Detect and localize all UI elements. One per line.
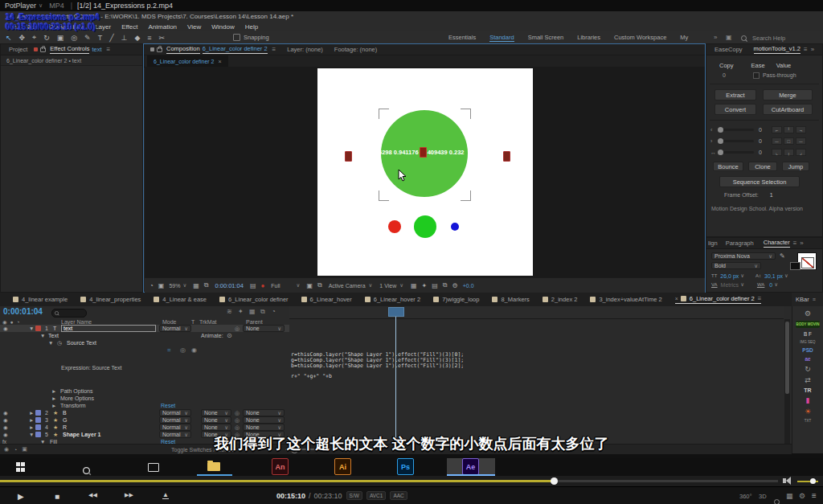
green-dot-shape[interactable]	[414, 215, 436, 238]
mask-toggle-icon[interactable]: ⧉	[204, 281, 209, 289]
type-tool-icon[interactable]: T	[98, 34, 103, 42]
source-text-layer[interactable]: 6298 0.941176 409439 0.232	[379, 147, 465, 158]
play-button[interactable]: ▶	[18, 492, 24, 501]
playlist-button[interactable]: ≡	[812, 491, 817, 500]
roi-icon[interactable]: ▣	[306, 282, 313, 289]
tl-tab[interactable]: 6_Linear_hover	[301, 296, 352, 303]
no-stroke-swatch[interactable]	[801, 257, 814, 268]
label-color-chip[interactable]	[35, 326, 41, 331]
kbar-txt[interactable]: TXT	[796, 419, 820, 423]
parent-dropdown[interactable]: None∨	[243, 409, 285, 416]
bodymovin-button[interactable]: BODY MOVIN	[796, 321, 820, 328]
kbar-img-seq[interactable]: IMG SEQ	[796, 340, 820, 344]
tl-tab[interactable]: 8_Markers	[492, 296, 529, 303]
workspace-custom[interactable]: Custom Workspace	[614, 34, 666, 41]
menu-window[interactable]: Window	[211, 23, 234, 31]
puppet-tool-icon[interactable]: ✂	[159, 34, 166, 42]
workspace-essentials[interactable]: Essentials	[448, 34, 476, 41]
hide-shy-icon[interactable]: ▦	[249, 308, 256, 315]
next-button[interactable]: ▶▶	[125, 492, 133, 498]
viewer-comp-tab[interactable]: 6_Linear_color definer 2 ×	[147, 55, 228, 67]
both-ease-slider-knob[interactable]	[718, 150, 723, 155]
stopwatch-icon[interactable]: ◷	[57, 340, 62, 346]
layer-row-text[interactable]: ◉ ▼ 1 T text Normal∨ ◎ None∨	[0, 325, 289, 332]
cutartboard-button[interactable]: CutArtboard	[763, 104, 813, 115]
kbar-gear-icon[interactable]: ⚙	[796, 309, 820, 318]
anchor-tl-button[interactable]: ⌐	[772, 126, 782, 133]
bounce-button[interactable]: Bounce	[713, 162, 743, 171]
animate-app-button[interactable]: An	[272, 458, 289, 475]
tl-tab[interactable]: 6_Linear_hover 2	[365, 296, 420, 303]
stop-button[interactable]: ■	[55, 492, 59, 501]
seek-remaining[interactable]	[555, 480, 778, 482]
browser-button[interactable]	[774, 494, 780, 504]
aftereffects-app-button[interactable]: Ae	[462, 458, 479, 475]
anchor-ml-button[interactable]: ─	[772, 137, 782, 145]
close-icon[interactable]: ×	[675, 296, 678, 301]
label-color-chip[interactable]	[35, 410, 41, 416]
camera-tool-icon[interactable]: ▣	[57, 34, 64, 42]
layer-name[interactable]: B	[63, 410, 67, 416]
out-ease-slider-track[interactable]	[723, 140, 754, 142]
expand-icon[interactable]: ►	[29, 417, 34, 423]
tab-layer[interactable]: Layer: (none)	[287, 46, 323, 53]
timeline-jump-icon[interactable]: ▤	[432, 282, 438, 289]
tl-tab[interactable]: 2_index 2	[543, 296, 578, 303]
out-ease-slider-knob[interactable]	[718, 138, 723, 144]
layer-row-b[interactable]: ◉ ► 2 ★ B Normal∨ None∨ ◎ None∨	[0, 409, 289, 416]
taskbar-search-button[interactable]	[84, 462, 89, 477]
workspace-small-screen[interactable]: Small Screen	[528, 34, 564, 41]
potplayer-app-menu[interactable]: PotPlayer	[5, 2, 36, 10]
resolution-dropdown[interactable]: Full∨	[271, 282, 300, 289]
view-layout-dropdown[interactable]: 1 View∨	[379, 282, 403, 289]
tab-align[interactable]: lign	[708, 240, 718, 247]
tab-easecopy[interactable]: EaseCopy	[714, 46, 743, 53]
expand-icon[interactable]: ▼	[48, 340, 53, 346]
pixel-aspect-icon[interactable]: ▦	[411, 282, 417, 289]
tl-tab[interactable]: 6_Linear_color definer	[219, 296, 289, 303]
expand-icon[interactable]: ▼	[29, 326, 34, 331]
pan-behind-tool-icon[interactable]: ◎	[71, 34, 77, 42]
header-layer-name[interactable]: Layer Name	[61, 319, 92, 325]
anchor-br-button[interactable]: ⌟	[796, 149, 806, 156]
passthrough-checkbox[interactable]	[753, 72, 760, 79]
tl-tab[interactable]: 4_linear_properties	[80, 296, 141, 303]
trkmat-dropdown[interactable]: None∨	[201, 424, 231, 431]
preferences-button[interactable]: ⚙	[799, 492, 805, 500]
red-dot-shape[interactable]	[388, 220, 401, 233]
kbar-psd[interactable]: PSD	[796, 347, 820, 353]
draft3d-icon[interactable]: ✦	[238, 308, 244, 315]
expression-enable-icon[interactable]: =	[167, 346, 171, 354]
layer-name[interactable]: G	[63, 417, 67, 423]
sequence-selection-button[interactable]: Sequence Selection	[719, 176, 800, 187]
tl-tab[interactable]: 3_index+valueAtTime 2	[590, 296, 661, 303]
pen-tool-icon[interactable]: ✎	[84, 34, 91, 42]
video-360-button[interactable]: 360°	[739, 493, 752, 500]
expand-icon[interactable]: ►	[51, 395, 56, 401]
seek-progress[interactable]	[0, 480, 555, 482]
menu-help[interactable]: Help	[245, 23, 258, 31]
start-button[interactable]	[16, 462, 26, 472]
chevron-down-icon[interactable]: ∨	[740, 281, 744, 288]
potplayer-titlebar[interactable]: PotPlayer ∨ MP4 | [1/2] 14_Expressions p…	[0, 0, 823, 11]
anchor-bl-button[interactable]: ⌞	[772, 149, 782, 156]
menu-view[interactable]: View	[187, 23, 201, 31]
both-ease-value[interactable]: 0	[759, 150, 762, 155]
layer-name[interactable]: R	[63, 424, 67, 430]
snapshot-icon[interactable]: ▤	[250, 282, 256, 289]
out-ease-value[interactable]: 0	[759, 138, 762, 144]
panel-menu-icon[interactable]: ≡	[107, 46, 111, 53]
parent-pickwhip-icon[interactable]: ◎	[235, 410, 240, 416]
trkmat-dropdown[interactable]: None∨	[201, 416, 231, 424]
layer-name-edit[interactable]: text	[61, 325, 156, 332]
magnification-icon[interactable]: ▣	[158, 282, 165, 289]
menu-animation[interactable]: Animation	[148, 23, 177, 31]
copy-label[interactable]: Copy	[719, 62, 734, 69]
exposure-gear-icon[interactable]: ⚙	[452, 282, 458, 289]
kbar-refresh-icon[interactable]: ↻	[796, 365, 820, 373]
tab-effect-controls[interactable]: Effect Controls	[50, 45, 89, 54]
expand-icon[interactable]: ►	[51, 403, 56, 408]
channels-icon[interactable]: ●	[260, 282, 264, 289]
both-ease-slider-track[interactable]	[723, 151, 754, 154]
expression-pickwhip-icon[interactable]: ◉	[191, 346, 197, 354]
